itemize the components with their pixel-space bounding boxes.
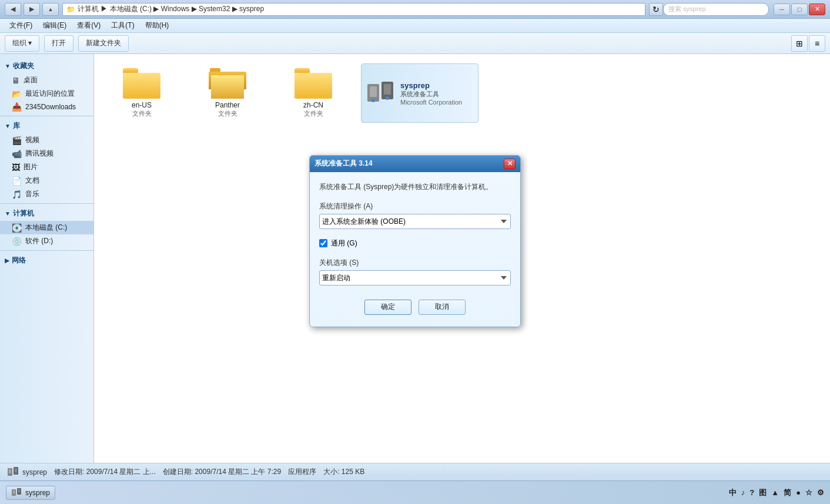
folder-panther[interactable]: Panther 文件夹 (189, 63, 266, 123)
svg-rect-9 (15, 468, 17, 472)
sysprep-icon (366, 79, 394, 107)
menu-edit[interactable]: 编辑(E) (38, 19, 71, 32)
maximize-button[interactable]: □ (791, 4, 808, 15)
close-button[interactable]: ✕ (809, 4, 825, 15)
sidebar-item-desktop[interactable]: 🖥 桌面 (0, 73, 93, 87)
svg-point-5 (386, 96, 389, 100)
status-modified: 修改日期: 2009/7/14 星期二 上... (54, 467, 156, 477)
tray-star[interactable]: ☆ (805, 488, 812, 497)
network-header[interactable]: ▶ 网络 (0, 253, 93, 268)
open-label: 打开 (52, 38, 66, 48)
folder-zh-cn[interactable]: zh-CN 文件夹 (275, 63, 352, 123)
tray-input[interactable]: 简 (784, 488, 791, 498)
tray-gear[interactable]: ⚙ (817, 488, 824, 497)
favorites-section: ▼ 收藏夹 🖥 桌面 📂 最近访问的位置 📥 2345Downloads (0, 59, 93, 113)
status-sysprep-icon (7, 466, 19, 478)
forward-button[interactable]: ▶ (24, 3, 40, 16)
view-controls: ⊞ ≡ (791, 35, 825, 52)
sidebar-item-documents[interactable]: 📄 文档 (0, 174, 93, 187)
back-button[interactable]: ◀ (5, 3, 21, 16)
tray-zh[interactable]: 中 (729, 488, 737, 498)
window-controls: ─ □ ✕ (774, 4, 825, 15)
tray-music[interactable]: ♪ (741, 488, 745, 497)
sidebar: ▼ 收藏夹 🖥 桌面 📂 最近访问的位置 📥 2345Downloads (0, 54, 94, 463)
tray-network[interactable]: 图 (759, 488, 767, 498)
address-bar[interactable]: 📁 计算机 ▶ 本地磁盘 (C:) ▶ Windows ▶ System32 ▶… (62, 3, 645, 16)
sidebar-item-recent[interactable]: 📂 最近访问的位置 (0, 87, 93, 100)
dialog-close-button[interactable]: ✕ (504, 159, 516, 169)
shutdown-select[interactable]: 重新启动 (319, 270, 511, 285)
svg-rect-1 (370, 86, 377, 97)
dialog-title-bar: 系统准备工具 3.14 ✕ (310, 156, 520, 172)
documents-icon: 📄 (12, 176, 22, 186)
menu-help[interactable]: 帮助(H) (140, 19, 174, 32)
tray-arrow[interactable]: ▲ (771, 488, 779, 497)
search-placeholder: 搜索 sysprep (668, 5, 706, 14)
sidebar-item-d-drive[interactable]: 💿 软件 (D:) (0, 234, 93, 248)
svg-point-4 (372, 99, 375, 102)
svg-rect-7 (9, 469, 11, 473)
organize-button[interactable]: 组织 ▾ (5, 35, 39, 52)
menu-view[interactable]: 查看(V) (72, 19, 105, 32)
dialog-title: 系统准备工具 3.14 (314, 159, 373, 169)
view-list-button[interactable]: ≡ (809, 35, 825, 52)
cleanup-label: 系统清理操作 (A) (319, 201, 511, 211)
svg-rect-15 (18, 489, 20, 492)
folder-en-us[interactable]: en-US 文件夹 (103, 63, 180, 123)
sysprep-dialog: 系统准备工具 3.14 ✕ 系统准备工具 (Sysprep)为硬件独立和清理准备… (309, 155, 521, 327)
sidebar-item-c-drive[interactable]: 💽 本地磁盘 (C:) (0, 221, 93, 234)
new-folder-button[interactable]: 新建文件夹 (78, 35, 129, 52)
search-box[interactable]: 搜索 sysprep (663, 3, 769, 16)
tray-help[interactable]: ? (749, 488, 754, 497)
video-label: 视频 (25, 135, 39, 145)
dialog-content: 系统准备工具 (Sysprep)为硬件独立和清理准备计算机。 系统清理操作 (A… (310, 172, 520, 327)
folder-zh-cn-type: 文件夹 (304, 109, 323, 118)
library-header[interactable]: ▼ 库 (0, 119, 93, 133)
sidebar-item-downloads[interactable]: 📥 2345Downloads (0, 100, 93, 113)
tray-dot[interactable]: ● (796, 488, 801, 497)
downloads-icon: 📥 (12, 102, 22, 112)
svg-rect-3 (384, 84, 391, 95)
folder-en-us-name: en-US (132, 101, 152, 109)
minimize-button[interactable]: ─ (774, 4, 790, 15)
computer-header[interactable]: ▼ 计算机 (0, 206, 93, 221)
open-button[interactable]: 打开 (44, 35, 73, 52)
sidebar-item-music[interactable]: 🎵 音乐 (0, 187, 93, 201)
downloads-label: 2345Downloads (25, 103, 76, 111)
pictures-icon: 🖼 (12, 163, 20, 172)
network-section: ▶ 网络 (0, 253, 93, 268)
taskbar-app-button[interactable]: sysprep (6, 486, 55, 500)
favorites-label: 收藏夹 (13, 61, 34, 71)
folder-zh-cn-name: zh-CN (303, 101, 323, 109)
up-button[interactable]: ▲ (42, 3, 59, 16)
new-folder-label: 新建文件夹 (86, 38, 121, 48)
sysprep-company: Microsoft Corporation (400, 99, 462, 106)
svg-rect-13 (13, 490, 15, 493)
folder-icon: 📁 (66, 5, 75, 14)
generalize-label: 通用 (G) (331, 238, 357, 248)
menu-file[interactable]: 文件(F) (5, 19, 37, 32)
status-type: 应用程序 (288, 467, 316, 477)
music-label: 音乐 (25, 189, 39, 199)
folder-en-us-icon (123, 68, 160, 99)
generalize-checkbox[interactable] (319, 239, 327, 247)
cancel-button[interactable]: 取消 (419, 300, 466, 315)
status-created: 创建日期: 2009/7/14 星期二 上午 7:29 (163, 467, 281, 477)
status-app-name: sysprep (22, 468, 47, 476)
favorites-header[interactable]: ▼ 收藏夹 (0, 59, 93, 73)
pictures-label: 图片 (24, 162, 38, 172)
ok-button[interactable]: 确定 (364, 300, 411, 315)
cleanup-select[interactable]: 进入系统全新体验 (OOBE) (319, 214, 511, 229)
sidebar-item-tencent-video[interactable]: 📹 腾讯视频 (0, 147, 93, 160)
taskbar: sysprep 中 ♪ ? 图 ▲ 简 ● ☆ ⚙ (0, 481, 830, 504)
refresh-button[interactable]: ↻ (649, 3, 663, 16)
sidebar-item-video[interactable]: 🎬 视频 (0, 133, 93, 147)
taskbar-app-label: sysprep (25, 489, 50, 497)
sidebar-item-pictures[interactable]: 🖼 图片 (0, 160, 93, 174)
sysprep-file[interactable]: sysprep 系统准备工具 Microsoft Corporation (361, 63, 478, 123)
folder-panther-name: Panther (215, 101, 240, 109)
cleanup-select-wrapper: 进入系统全新体验 (OOBE) (319, 214, 511, 234)
menu-tools[interactable]: 工具(T) (106, 19, 139, 32)
view-mode-button[interactable]: ⊞ (791, 35, 808, 52)
video-icon: 🎬 (12, 136, 22, 145)
